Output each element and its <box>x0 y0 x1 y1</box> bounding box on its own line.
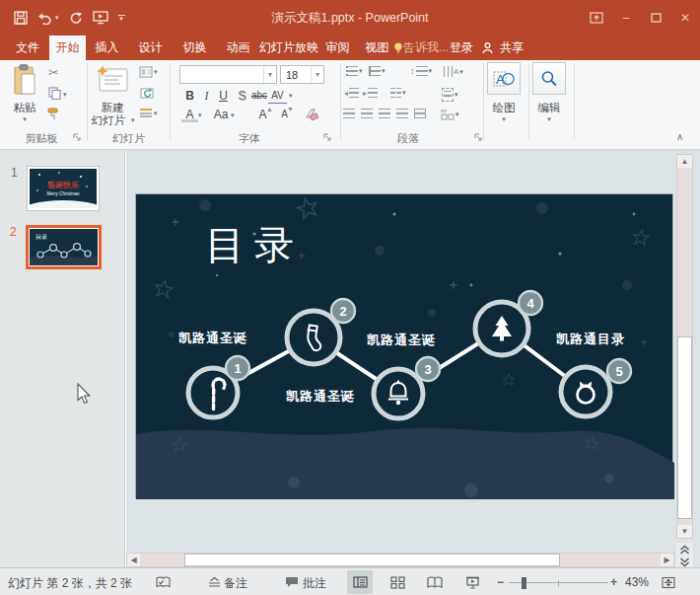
maximize-icon[interactable] <box>641 0 670 36</box>
spell-check-icon[interactable] <box>156 576 172 589</box>
convert-smartart-icon[interactable]: ▾ <box>440 109 459 120</box>
slide-sorter-view-button[interactable] <box>385 570 410 594</box>
toc-label-3[interactable]: 凯路通圣诞 <box>256 388 385 406</box>
share-button[interactable]: 共享 <box>494 36 529 60</box>
change-case-button[interactable]: Aa <box>211 107 231 122</box>
editing-button[interactable] <box>532 62 566 95</box>
normal-view-button[interactable] <box>347 570 373 594</box>
change-case-dropdown-icon[interactable]: ▾ <box>231 112 235 119</box>
font-size-combobox[interactable]: 18▾ <box>280 65 324 84</box>
font-color-button[interactable]: A <box>181 107 198 122</box>
fit-slide-to-window-icon[interactable] <box>662 576 675 589</box>
numbering-icon[interactable]: ▾ <box>369 66 385 76</box>
scroll-down-icon[interactable]: ▼ <box>677 525 692 538</box>
slide-editor[interactable]: 1 2 <box>135 193 673 498</box>
copy-icon[interactable] <box>48 87 61 100</box>
align-right-icon[interactable] <box>379 109 390 118</box>
clipboard-dialog-launcher-icon[interactable] <box>73 133 81 141</box>
slide2-thumbnail-selected[interactable]: 目录 <box>26 225 102 269</box>
section-icon[interactable]: ▾ <box>139 108 158 119</box>
drawing-button[interactable]: A <box>487 62 521 95</box>
tab-review[interactable]: 审阅 <box>319 36 356 60</box>
minimize-icon[interactable]: – <box>611 0 641 36</box>
cut-icon[interactable]: ✂ <box>48 65 59 80</box>
scroll-right-icon[interactable]: ▶ <box>661 554 673 566</box>
bullets-icon[interactable]: ▾ <box>346 66 363 76</box>
slide1-thumbnail[interactable]: 圣诞快乐 Merry Christmas <box>28 167 99 210</box>
toc-item-1[interactable]: 1 <box>188 356 249 417</box>
zoom-out-icon[interactable]: − <box>497 575 504 589</box>
editing-dropdown-icon[interactable]: ▾ <box>528 115 570 123</box>
collapse-ribbon-icon[interactable]: ∧ <box>676 131 683 142</box>
strikethrough-button[interactable]: abc <box>249 88 269 104</box>
italic-button[interactable]: I <box>198 88 215 104</box>
vertical-scroll-thumb[interactable] <box>677 336 692 519</box>
ribbon-display-options-icon[interactable] <box>582 0 611 36</box>
comments-icon <box>285 576 299 588</box>
tab-home[interactable]: 开始 <box>49 36 86 60</box>
new-slide-dropdown-icon[interactable]: ▾ <box>131 116 135 124</box>
text-direction-icon[interactable]: A▾ <box>444 66 463 77</box>
signin-link[interactable]: 登录 <box>444 36 479 60</box>
line-spacing-icon[interactable]: ↕▾ <box>410 66 432 76</box>
format-painter-icon[interactable] <box>47 108 61 121</box>
bold-button[interactable]: B <box>181 88 198 104</box>
tab-file[interactable]: 文件 <box>6 36 49 60</box>
font-size-dropdown-icon[interactable]: ▾ <box>311 66 323 83</box>
horizontal-scroll-thumb[interactable] <box>184 554 560 566</box>
horizontal-scrollbar[interactable]: ◀ ▶ <box>126 553 674 567</box>
justify-icon[interactable] <box>396 109 408 118</box>
tab-transitions[interactable]: 切换 <box>176 36 213 60</box>
paragraph-dialog-launcher-icon[interactable] <box>474 133 482 141</box>
toc-label-2[interactable]: 凯路通圣诞 <box>337 332 465 349</box>
distribute-icon[interactable] <box>414 109 426 118</box>
scroll-up-icon[interactable]: ▲ <box>677 155 692 168</box>
font-group-label: 字体 <box>171 131 328 146</box>
paste-button[interactable] <box>12 64 37 98</box>
scroll-left-icon[interactable]: ◀ <box>127 554 140 566</box>
toc-label-1[interactable]: 凯路通圣诞 <box>149 330 277 347</box>
font-color-dropdown-icon[interactable]: ▾ <box>198 112 202 119</box>
font-dialog-launcher-icon[interactable] <box>323 133 331 141</box>
reading-view-button[interactable] <box>422 570 448 594</box>
zoom-slider-track[interactable] <box>509 582 608 584</box>
toc-item-5[interactable]: 5 <box>561 359 631 416</box>
tab-insert[interactable]: 插入 <box>89 36 125 60</box>
char-spacing-dropdown-icon[interactable]: ▾ <box>289 92 293 100</box>
slide-title[interactable]: 目录 <box>205 218 304 272</box>
paste-dropdown-icon[interactable]: ▾ <box>4 115 45 123</box>
increase-indent-icon[interactable]: ▸ <box>363 88 378 98</box>
layout-icon[interactable]: ▾ <box>139 66 158 78</box>
tab-view[interactable]: 视图 <box>359 36 395 60</box>
text-shadow-button[interactable]: S <box>234 88 250 104</box>
tab-animations[interactable]: 动画 <box>220 36 256 60</box>
tab-slideshow[interactable]: 幻灯片放映 <box>258 36 319 60</box>
align-text-icon[interactable]: ▾ <box>442 88 458 102</box>
ribbon-home: 粘贴 ▾ ✂ ▾ 剪贴板 新建 幻灯片 ▾ ▾ ▾ 幻灯片 <box>0 60 700 150</box>
align-left-icon[interactable] <box>343 109 355 118</box>
new-slide-button[interactable] <box>96 65 128 96</box>
copy-dropdown-icon[interactable]: ▾ <box>63 91 67 99</box>
zoom-in-icon[interactable]: + <box>610 575 617 589</box>
drawing-dropdown-icon[interactable]: ▾ <box>483 115 525 123</box>
char-spacing-button[interactable]: AV <box>268 88 287 104</box>
reset-slide-icon[interactable] <box>140 86 154 99</box>
font-name-combobox[interactable]: ▾ <box>179 65 277 84</box>
close-icon[interactable]: ✕ <box>670 0 700 36</box>
underline-button[interactable]: U <box>215 88 232 104</box>
toc-label-4[interactable]: 凯路通目录 <box>526 331 655 348</box>
font-name-dropdown-icon[interactable]: ▾ <box>263 66 276 83</box>
slideshow-view-button[interactable] <box>459 570 485 594</box>
tab-design[interactable]: 设计 <box>132 36 169 60</box>
zoom-level[interactable]: 43% <box>625 575 649 589</box>
clear-formatting-icon[interactable] <box>304 108 318 120</box>
decrease-indent-icon[interactable]: ◂ <box>344 88 359 98</box>
zoom-slider-handle[interactable] <box>522 577 526 589</box>
notes-toggle[interactable]: 备注 <box>224 575 247 592</box>
columns-icon[interactable]: ▾ <box>390 88 406 98</box>
comments-toggle[interactable]: 批注 <box>303 575 326 592</box>
tab-tellme[interactable]: 告诉我... <box>403 36 449 60</box>
previous-slide-button[interactable] <box>676 543 693 556</box>
vertical-scrollbar[interactable]: ▲ ▼ <box>676 154 693 539</box>
align-center-icon[interactable] <box>361 109 373 118</box>
